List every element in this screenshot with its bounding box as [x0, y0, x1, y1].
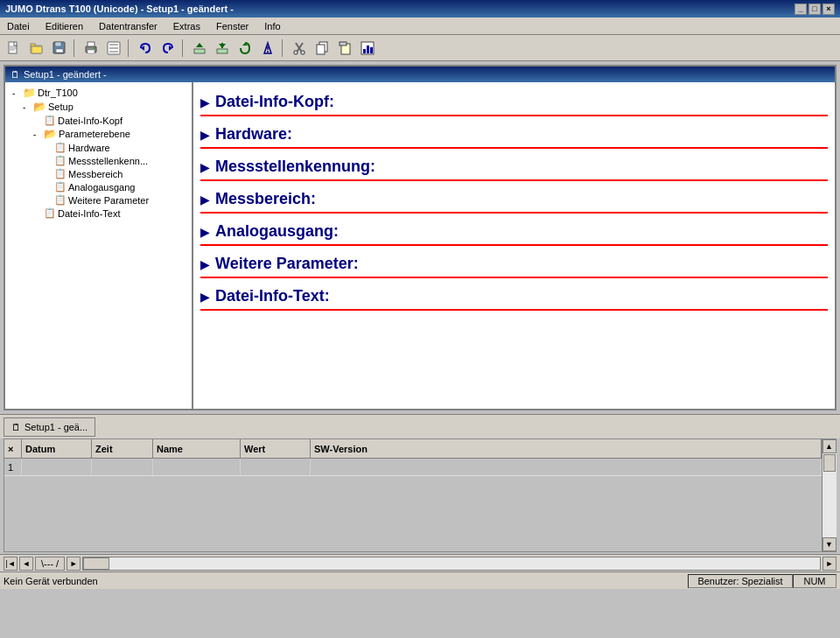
svg-marker-21 — [196, 43, 203, 47]
file-icon-mess: 📋 — [54, 155, 66, 166]
nav-tab[interactable]: \--- / — [35, 557, 65, 571]
toolbar-sep-3 — [182, 39, 186, 57]
nav-prev-button[interactable]: ◄ — [19, 557, 33, 571]
minimize-button[interactable]: _ — [794, 4, 807, 15]
col-sw-label: SW-Version — [314, 444, 368, 454]
file-icon-dateitext: 📋 — [44, 207, 56, 219]
taskbar-tab-setup[interactable]: 🗒 Setup1 - geä... — [4, 417, 95, 437]
svg-rect-11 — [88, 42, 94, 46]
tree-label-dtr: Dtr_T100 — [38, 88, 78, 98]
section-header-0: ▶ Datei-Info-Kopf: — [200, 93, 828, 111]
log-cell-zeit-0 — [92, 459, 153, 475]
svg-point-29 — [294, 51, 298, 54]
nav-first-button[interactable]: |◄ — [4, 557, 18, 571]
section-arrow-3[interactable]: ▶ — [200, 193, 210, 207]
title-bar-buttons: _ □ × — [794, 4, 835, 15]
svg-rect-38 — [370, 47, 373, 53]
scroll-track — [822, 453, 836, 537]
hscroll-bar[interactable] — [82, 557, 821, 571]
save-button[interactable] — [49, 38, 70, 59]
svg-rect-37 — [367, 46, 369, 53]
menu-datentransfer[interactable]: Datentransfer — [95, 20, 161, 32]
col-name-label: Name — [157, 444, 183, 454]
upload-button[interactable] — [189, 38, 210, 59]
svg-rect-32 — [317, 45, 325, 54]
folder-icon-dtr: 📁 — [23, 87, 36, 99]
section-header-1: ▶ Hardware: — [200, 125, 828, 144]
status-num-panel: NUM — [793, 574, 836, 588]
log-cell-name-0 — [153, 459, 241, 475]
refresh-button[interactable] — [234, 38, 256, 59]
svg-rect-6 — [32, 46, 42, 53]
tree-item-dateiinfo[interactable]: 📋 Datei-Info-Kopf — [5, 114, 192, 127]
content-panel: ▶ Datei-Info-Kopf: ▶ Hardware: ▶ Messste… — [193, 82, 835, 409]
section-arrow-4[interactable]: ▶ — [200, 225, 210, 239]
tree-label-dateiinfo: Datei-Info-Kopf — [58, 116, 122, 126]
tree-item-setup[interactable]: - 📂 Setup — [5, 100, 192, 114]
tree-label-analog: Analogausgang — [68, 182, 135, 193]
section-arrow-6[interactable]: ▶ — [200, 290, 210, 304]
menu-extras[interactable]: Extras — [170, 20, 204, 32]
settings-button[interactable] — [103, 38, 124, 59]
tree-item-param[interactable]: - 📂 Parameterebene — [5, 127, 192, 141]
tree-item-mess[interactable]: 📋 Messstellenkenn... — [5, 154, 192, 167]
log-inner: × Datum Zeit Name Wert SW-Version 1 — [4, 439, 822, 551]
menu-editieren[interactable]: Editieren — [42, 20, 87, 32]
tree-label-hw: Hardware — [68, 143, 110, 153]
download-button[interactable] — [212, 38, 233, 59]
section-arrow-0[interactable]: ▶ — [200, 95, 210, 109]
nav-next-button[interactable]: ► — [66, 557, 80, 571]
log-cell-sw-0 — [311, 459, 822, 475]
section-arrow-2[interactable]: ▶ — [200, 160, 210, 174]
section-title-6: Datei-Info-Text: — [215, 287, 330, 305]
expand-icon-dtr: - — [12, 88, 21, 98]
section-arrow-5[interactable]: ▶ — [200, 257, 210, 271]
svg-rect-0 — [9, 42, 17, 53]
file-icon-analog: 📋 — [54, 181, 66, 193]
close-button[interactable]: × — [822, 4, 835, 15]
print-button[interactable] — [80, 38, 102, 59]
copy-button[interactable] — [312, 38, 332, 59]
maximize-button[interactable]: □ — [808, 4, 821, 15]
hscroll-thumb[interactable] — [83, 557, 109, 570]
menu-datei[interactable]: Datei — [4, 20, 33, 32]
section-header-2: ▶ Messstellenkennung: — [200, 158, 828, 176]
section-header-5: ▶ Weitere Parameter: — [200, 255, 828, 273]
section-title-3: Messbereich: — [215, 190, 316, 208]
expand-icon-param: - — [33, 130, 42, 139]
undo-button[interactable] — [135, 38, 156, 59]
expand-icon-setup: - — [23, 102, 32, 112]
open-button[interactable] — [26, 38, 47, 59]
section-title-4: Analogausgang: — [215, 222, 339, 241]
tree-label-mess: Messstellenkenn... — [68, 156, 148, 166]
section-divider-1 — [200, 147, 828, 149]
svg-rect-20 — [194, 49, 205, 53]
menu-fenster[interactable]: Fenster — [213, 20, 252, 32]
menu-info[interactable]: Info — [261, 20, 284, 32]
cut-button[interactable] — [289, 38, 310, 59]
tree-item-dateitext[interactable]: 📋 Datei-Info-Text — [5, 207, 192, 220]
scroll-up-button[interactable]: ▲ — [822, 439, 836, 453]
doc-taskbar: 🗒 Setup1 - geä... — [0, 414, 840, 438]
status-bar: Kein Gerät verbunden Benutzer: Spezialis… — [0, 571, 840, 589]
scroll-down-button[interactable]: ▼ — [822, 537, 836, 551]
svg-rect-8 — [55, 42, 61, 46]
tree-item-hardware[interactable]: 📋 Hardware — [5, 141, 192, 154]
section-arrow-1[interactable]: ▶ — [200, 128, 210, 142]
log-cell-datum-0 — [22, 459, 92, 475]
app-title: JUMO Dtrans T100 (Unicode) - Setup1 - ge… — [5, 4, 234, 14]
new-button[interactable] — [4, 38, 24, 59]
tree-item-dtr[interactable]: - 📁 Dtr_T100 — [5, 86, 192, 100]
paste-button[interactable] — [334, 38, 355, 59]
tree-item-analog[interactable]: 📋 Analogausgang — [5, 180, 192, 193]
compare-button[interactable] — [257, 38, 278, 59]
tree-item-weitere[interactable]: 📋 Weitere Parameter — [5, 193, 192, 207]
redo-button[interactable] — [158, 38, 178, 59]
col-datum-label: Datum — [25, 444, 55, 454]
scroll-thumb[interactable] — [823, 454, 836, 472]
tree-item-messber[interactable]: 📋 Messbereich — [5, 167, 192, 180]
hscroll-right-button[interactable]: ► — [822, 557, 836, 571]
section-header-4: ▶ Analogausgang: — [200, 222, 828, 241]
svg-rect-24 — [221, 43, 223, 48]
chart-button[interactable] — [357, 38, 378, 59]
